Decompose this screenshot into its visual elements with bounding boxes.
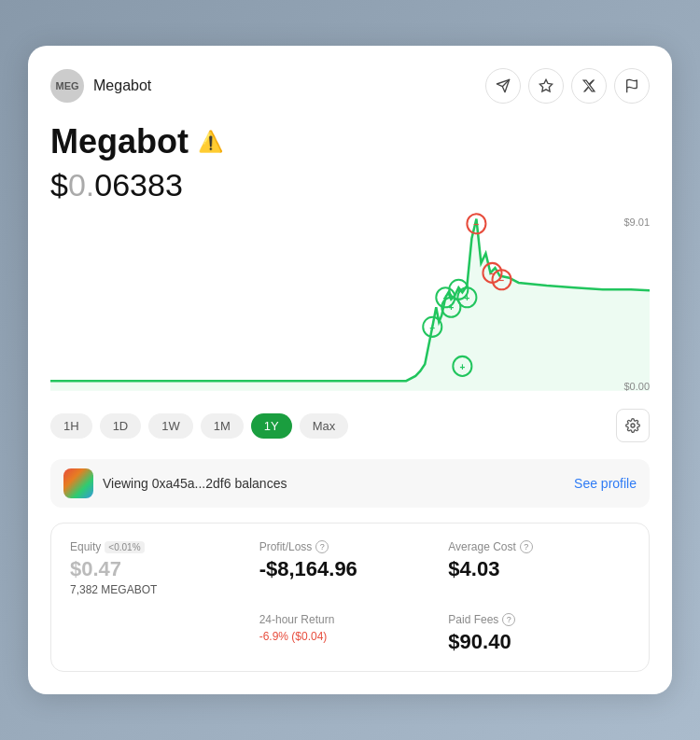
header-row: MEG Megabot bbox=[50, 68, 650, 104]
svg-text:+: + bbox=[429, 322, 435, 332]
time-btn-1w[interactable]: 1W bbox=[148, 413, 193, 439]
share-icon bbox=[496, 78, 511, 93]
time-btn-1h[interactable]: 1H bbox=[50, 413, 92, 439]
token-name: Megabot bbox=[50, 122, 189, 161]
svg-text:+: + bbox=[464, 293, 469, 303]
star-icon bbox=[539, 78, 553, 93]
time-btn-1y[interactable]: 1Y bbox=[251, 413, 292, 439]
chart-top-label: $9.01 bbox=[623, 216, 650, 228]
equity-label: Equity <0.01% bbox=[70, 540, 252, 553]
viewing-left: Viewing 0xa45a...2df6 balances bbox=[63, 468, 287, 498]
main-card: MEG Megabot Megabot ⚠️ $0.06383 $9.01 bbox=[28, 46, 672, 694]
average-cost-stat: Average Cost ? $4.03 bbox=[448, 540, 630, 596]
price-value: 06383 bbox=[94, 167, 183, 202]
svg-text:−: − bbox=[499, 275, 505, 286]
viewing-banner: Viewing 0xa45a...2df6 balances See profi… bbox=[50, 459, 650, 508]
flag-button[interactable] bbox=[614, 68, 650, 104]
paid-fees-label: Paid Fees ? bbox=[448, 613, 630, 626]
equity-sub: 7,382 MEGABOT bbox=[70, 583, 252, 596]
chart-settings-button[interactable] bbox=[616, 409, 650, 442]
see-profile-button[interactable]: See profile bbox=[574, 476, 637, 491]
profit-loss-help-icon[interactable]: ? bbox=[315, 540, 329, 553]
chart-container: $9.01 + + + + + + bbox=[50, 209, 650, 396]
warning-icon: ⚠️ bbox=[198, 130, 223, 154]
average-cost-value: $4.03 bbox=[448, 557, 630, 581]
paid-fees-help-icon[interactable]: ? bbox=[502, 613, 515, 626]
stats-card: Equity <0.01% $0.47 7,382 MEGABOT Profit… bbox=[50, 523, 650, 672]
header-left: MEG Megabot bbox=[50, 69, 151, 103]
chart-bottom-label: $0.00 bbox=[623, 381, 650, 392]
time-range-row: 1H 1D 1W 1M 1Y Max bbox=[50, 409, 650, 442]
time-btn-1d[interactable]: 1D bbox=[100, 413, 142, 439]
profit-loss-value: -$8,164.96 bbox=[259, 557, 441, 581]
header-icons bbox=[485, 68, 650, 104]
time-btn-1m[interactable]: 1M bbox=[201, 413, 244, 439]
profit-loss-stat: Profit/Loss ? -$8,164.96 bbox=[259, 540, 441, 596]
stats-grid: Equity <0.01% $0.47 7,382 MEGABOT Profit… bbox=[70, 540, 630, 654]
equity-badge: <0.01% bbox=[105, 541, 144, 553]
equity-stat: Equity <0.01% $0.47 7,382 MEGABOT bbox=[70, 540, 252, 596]
return-24h-value: -6.9% ($0.04) bbox=[259, 630, 441, 643]
price-chart: + + + + + + − − − bbox=[50, 209, 650, 396]
average-cost-help-icon[interactable]: ? bbox=[520, 540, 533, 553]
header-title: Megabot bbox=[93, 77, 151, 94]
return-24h-label: 24-hour Return bbox=[259, 613, 441, 626]
token-price: $0.06383 bbox=[50, 167, 650, 203]
viewing-text: Viewing 0xa45a...2df6 balances bbox=[103, 476, 287, 491]
token-avatar: MEG bbox=[50, 69, 84, 103]
twitter-icon bbox=[581, 78, 596, 93]
star-button[interactable] bbox=[528, 68, 564, 104]
time-btn-max[interactable]: Max bbox=[300, 413, 349, 439]
svg-text:+: + bbox=[459, 361, 465, 371]
twitter-button[interactable] bbox=[571, 68, 607, 104]
svg-point-23 bbox=[631, 424, 635, 427]
svg-marker-2 bbox=[539, 79, 552, 91]
flag-icon bbox=[624, 78, 639, 93]
svg-marker-4 bbox=[50, 219, 650, 391]
svg-text:+: + bbox=[448, 302, 454, 313]
viewing-avatar bbox=[63, 468, 93, 498]
svg-text:−: − bbox=[473, 219, 479, 230]
settings-icon bbox=[625, 418, 640, 433]
paid-fees-stat: Paid Fees ? $90.40 bbox=[448, 613, 630, 654]
paid-fees-value: $90.40 bbox=[448, 630, 630, 654]
return-24h-stat: 24-hour Return -6.9% ($0.04) bbox=[259, 613, 441, 654]
share-button[interactable] bbox=[485, 68, 521, 104]
equity-value: $0.47 bbox=[70, 557, 252, 581]
price-dim: 0. bbox=[68, 167, 94, 202]
average-cost-label: Average Cost ? bbox=[448, 540, 630, 553]
token-name-row: Megabot ⚠️ bbox=[50, 122, 650, 161]
profit-loss-label: Profit/Loss ? bbox=[259, 540, 441, 553]
